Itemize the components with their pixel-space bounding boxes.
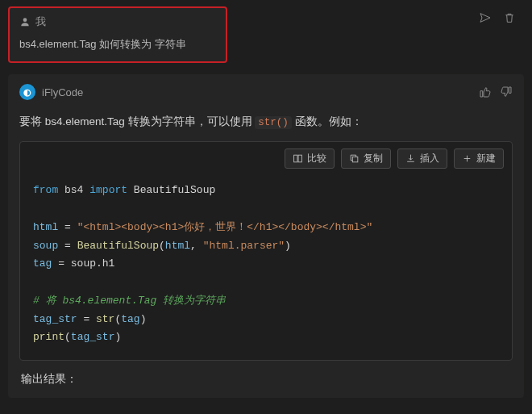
user-message: 我 bs4.element.Tag 如何转换为 字符串 <box>8 6 227 63</box>
code-token: from <box>33 184 58 196</box>
svg-point-0 <box>23 18 27 22</box>
code-token: html <box>165 240 190 252</box>
code-content[interactable]: from bs4 import BeautifulSoup html = "<h… <box>20 175 512 360</box>
assistant-name: iFlyCode <box>42 86 83 98</box>
assistant-intro-text: 要将 bs4.element.Tag 转换为字符串，可以使用 str() 函数。… <box>19 113 513 132</box>
user-message-actions <box>479 11 516 24</box>
user-name: 我 <box>35 15 46 29</box>
code-token: soup <box>33 240 58 252</box>
assistant-message: ◐ iFlyCode 要将 bs4.element.Tag 转换为字符串，可以使… <box>8 74 524 398</box>
code-token: html <box>33 221 58 233</box>
copy-button[interactable]: 复制 <box>341 148 391 169</box>
assistant-header: ◐ iFlyCode <box>19 84 513 100</box>
new-button[interactable]: 新建 <box>454 148 504 169</box>
assistant-feedback-actions <box>479 86 513 98</box>
code-token: ) <box>114 331 121 343</box>
code-token: "<html><body><h1>你好，世界！</h1></body></htm… <box>77 221 373 233</box>
svg-rect-3 <box>352 157 358 163</box>
inline-code-str: str() <box>255 116 292 129</box>
code-token: ( <box>64 331 71 343</box>
code-toolbar: 比较 复制 插入 新建 <box>20 142 512 175</box>
output-label: 输出结果： <box>19 372 513 387</box>
code-token: # 将 bs4.element.Tag 转换为字符串 <box>33 295 226 307</box>
code-block: 比较 复制 插入 新建 from bs4 import BeautifulSou… <box>19 141 513 361</box>
code-token: = <box>58 240 77 252</box>
user-avatar-icon <box>19 16 31 27</box>
code-token: ) <box>140 313 147 325</box>
compare-button[interactable]: 比较 <box>285 148 335 169</box>
svg-rect-2 <box>298 155 301 162</box>
intro-text-after: 函数。例如： <box>292 115 363 128</box>
code-token: soup.h1 <box>71 257 115 270</box>
thumbs-up-icon[interactable] <box>479 86 492 98</box>
code-token: "html.parser" <box>203 240 285 252</box>
code-token: ( <box>159 240 165 252</box>
assistant-avatar-icon: ◐ <box>19 84 35 100</box>
copy-label: 复制 <box>364 152 383 165</box>
code-token: bs4 <box>58 184 89 196</box>
svg-rect-1 <box>294 155 297 162</box>
code-token: = <box>77 313 96 325</box>
code-token: BeautifulSoup <box>77 240 159 252</box>
code-token: tag_str <box>33 313 77 325</box>
intro-text-before: 要将 bs4.element.Tag 转换为字符串，可以使用 <box>19 115 255 128</box>
chat-panel: 我 bs4.element.Tag 如何转换为 字符串 ◐ iFlyCode 要… <box>0 0 532 398</box>
insert-button[interactable]: 插入 <box>397 148 447 169</box>
new-label: 新建 <box>476 152 496 165</box>
insert-label: 插入 <box>420 152 439 165</box>
code-token: tag <box>121 313 139 325</box>
code-token: import <box>89 184 127 196</box>
code-token: = <box>58 221 77 233</box>
code-token: tag <box>33 257 52 270</box>
send-icon[interactable] <box>479 11 492 24</box>
code-token: tag_str <box>71 331 115 343</box>
code-token: ) <box>285 240 291 252</box>
code-token: BeautifulSoup <box>127 184 215 196</box>
user-header: 我 <box>19 15 216 29</box>
code-token: = <box>52 257 70 270</box>
code-token: , <box>190 240 203 252</box>
user-message-text: bs4.element.Tag 如何转换为 字符串 <box>19 37 216 52</box>
thumbs-down-icon[interactable] <box>500 86 513 98</box>
compare-label: 比较 <box>307 152 326 165</box>
code-token: print <box>33 331 64 343</box>
delete-icon[interactable] <box>503 11 516 24</box>
code-token: str <box>96 313 114 325</box>
